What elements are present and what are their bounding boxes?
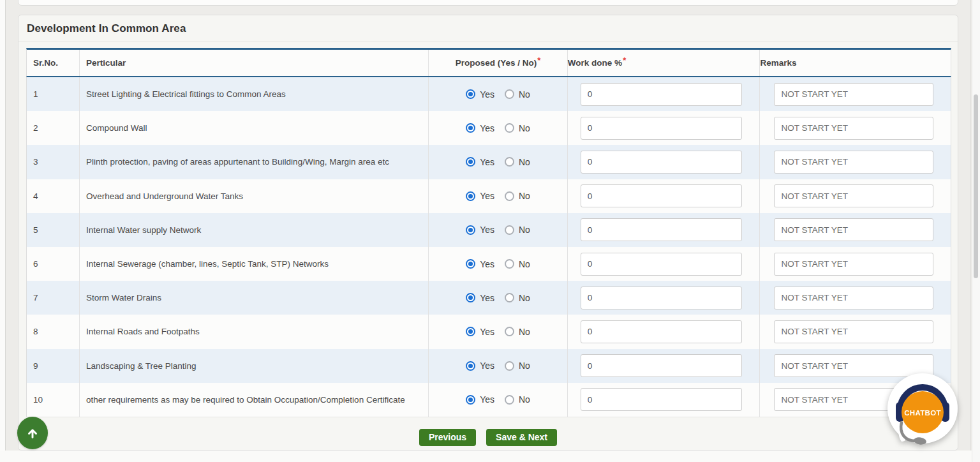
table-row: 7 Storm Water Drains Yes No [27, 281, 951, 315]
remarks-cell [759, 145, 951, 179]
remarks-input[interactable] [774, 184, 933, 207]
proposed-yes-option[interactable]: Yes [466, 89, 494, 100]
radio-no-icon[interactable] [505, 327, 514, 336]
work-done-input[interactable] [581, 320, 742, 343]
radio-no-icon[interactable] [505, 259, 514, 269]
column-header: Proposed (Yes / No)* [428, 50, 567, 76]
up-arrow-icon [26, 426, 40, 440]
work-done-input[interactable] [581, 151, 742, 174]
proposed-yes-option[interactable]: Yes [466, 191, 494, 201]
proposed-no-option[interactable]: No [505, 89, 530, 100]
previous-button[interactable]: Previous [419, 429, 476, 446]
proposed-no-option[interactable]: No [505, 361, 530, 371]
sr-no-value: 4 [33, 191, 38, 201]
particular-cell: Compound Wall [79, 111, 428, 145]
radio-yes-icon[interactable] [466, 89, 475, 99]
radio-no-icon[interactable] [505, 395, 514, 405]
no-label: No [519, 259, 530, 269]
radio-yes-icon[interactable] [466, 361, 475, 371]
radio-no-icon[interactable] [505, 225, 514, 235]
work-done-input[interactable] [581, 83, 742, 106]
column-header-label: Work done % [568, 58, 622, 68]
proposed-no-option[interactable]: No [505, 293, 530, 303]
yes-label: Yes [480, 225, 494, 235]
particular-text: Plinth protection, paving of areas appur… [86, 157, 389, 167]
proposed-yes-option[interactable]: Yes [466, 327, 494, 337]
proposed-cell: Yes No [428, 111, 567, 145]
proposed-no-option[interactable]: No [505, 225, 530, 235]
yes-label: Yes [480, 89, 494, 100]
work-done-input[interactable] [581, 388, 742, 411]
column-header: Remarks [759, 50, 951, 76]
radio-yes-icon[interactable] [466, 191, 475, 201]
radio-no-icon[interactable] [505, 157, 514, 167]
radio-yes-icon[interactable] [466, 123, 475, 133]
sr-no-value: 3 [33, 157, 38, 167]
proposed-no-option[interactable]: No [505, 157, 530, 167]
proposed-yes-option[interactable]: Yes [466, 123, 494, 133]
proposed-no-option[interactable]: No [505, 123, 530, 133]
container-left-border [5, 0, 6, 451]
radio-yes-icon[interactable] [466, 259, 475, 269]
work-done-input[interactable] [581, 218, 742, 241]
radio-no-icon[interactable] [505, 293, 514, 302]
yes-label: Yes [480, 394, 494, 405]
remarks-input[interactable] [774, 320, 933, 343]
table-row: 9 Landscaping & Tree Planting Yes No [27, 349, 951, 383]
proposed-no-option[interactable]: No [505, 191, 530, 201]
work-done-cell [567, 145, 760, 179]
particular-cell: Internal Roads and Footpaths [79, 315, 428, 348]
remarks-input[interactable] [774, 151, 933, 174]
radio-yes-icon[interactable] [466, 225, 475, 235]
remarks-cell [759, 281, 951, 315]
column-header-label: Remarks [760, 58, 796, 68]
remarks-input[interactable] [774, 287, 933, 309]
radio-no-icon[interactable] [505, 89, 514, 99]
remarks-input[interactable] [774, 117, 933, 140]
remarks-input[interactable] [774, 218, 933, 241]
proposed-yes-option[interactable]: Yes [466, 225, 494, 235]
column-header-label: Proposed (Yes / No) [456, 58, 537, 68]
work-done-input[interactable] [581, 287, 742, 309]
work-done-input[interactable] [581, 117, 742, 140]
scrollbar-thumb[interactable] [974, 94, 978, 278]
chatbot-button[interactable]: CHATBOT [886, 370, 961, 459]
sr-no-cell: 4 [27, 179, 79, 213]
proposed-cell: Yes No [428, 77, 567, 111]
radio-no-icon[interactable] [505, 361, 514, 371]
radio-yes-icon[interactable] [466, 157, 475, 167]
radio-no-icon[interactable] [505, 123, 514, 133]
remarks-input[interactable] [774, 253, 933, 276]
yes-label: Yes [480, 259, 494, 269]
work-done-input[interactable] [581, 184, 742, 207]
remarks-input[interactable] [774, 83, 933, 106]
sr-no-value: 6 [33, 259, 38, 269]
required-asterisk: * [537, 56, 540, 65]
radio-yes-icon[interactable] [466, 327, 475, 336]
table-row: 5 Internal Water supply Network Yes No [27, 213, 951, 247]
radio-yes-icon[interactable] [466, 395, 475, 405]
proposed-no-option[interactable]: No [505, 259, 530, 269]
page-scrollbar[interactable] [972, 0, 980, 462]
proposed-yes-option[interactable]: Yes [466, 293, 494, 303]
work-done-cell [567, 349, 760, 383]
radio-no-icon[interactable] [505, 191, 514, 201]
proposed-yes-option[interactable]: Yes [466, 259, 494, 269]
remarks-cell [759, 77, 951, 111]
radio-yes-icon[interactable] [466, 293, 475, 302]
save-next-button[interactable]: Save & Next [486, 429, 557, 446]
work-done-cell [567, 77, 760, 111]
proposed-yes-option[interactable]: Yes [466, 157, 494, 167]
proposed-cell: Yes No [428, 383, 567, 417]
column-header: Work done %* [567, 50, 760, 76]
work-done-input[interactable] [581, 354, 742, 377]
proposed-yes-option[interactable]: Yes [466, 394, 494, 405]
proposed-yes-option[interactable]: Yes [466, 361, 494, 371]
yes-label: Yes [480, 191, 494, 201]
proposed-no-option[interactable]: No [505, 327, 530, 337]
scroll-to-top-button[interactable] [17, 417, 48, 449]
sr-no-cell: 9 [27, 349, 79, 383]
work-done-input[interactable] [581, 253, 742, 276]
proposed-no-option[interactable]: No [505, 394, 530, 405]
chatbot-icon: CHATBOT [886, 370, 961, 459]
